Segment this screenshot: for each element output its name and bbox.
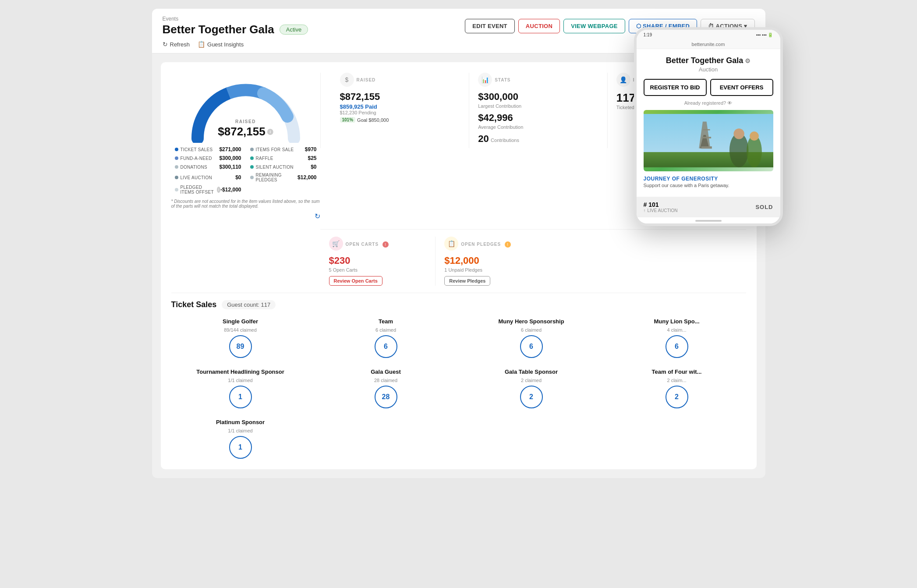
ticket-sales-title: Ticket Sales bbox=[171, 300, 217, 309]
mobile-already-registered: Already registered? 👁 bbox=[644, 100, 773, 106]
ticket-item-muny-hero: Muny Hero Sponsorship 6 claimed 6 bbox=[462, 318, 601, 358]
mobile-event-title: Better Together Gala ⚙ bbox=[644, 56, 773, 65]
insights-icon: 📋 bbox=[198, 41, 205, 48]
mobile-hero-image bbox=[644, 110, 773, 171]
open-pledges-amount: $12,000 bbox=[444, 255, 542, 266]
svg-rect-5 bbox=[702, 137, 711, 138]
disclaimer: * Discounts are not accounted for in the… bbox=[171, 199, 320, 209]
raised-section-label: RAISED bbox=[357, 78, 376, 82]
ticket-item-team-four: Team of Four wit... 2 claim... 2 bbox=[608, 368, 746, 408]
mobile-journey-section: JOURNEY OF GENEROSITY Support our cause … bbox=[644, 171, 773, 190]
pledge-icon: 📋 bbox=[444, 237, 458, 251]
raised-amount: $872,155 bbox=[340, 91, 460, 103]
mobile-settings-icon: ⚙ bbox=[745, 57, 751, 64]
mobile-lot-type: LIVE AUCTION bbox=[648, 208, 678, 213]
open-carts-amount: $230 bbox=[329, 255, 427, 266]
view-webpage-button[interactable]: VIEW WEBPAGE bbox=[563, 19, 625, 33]
avg-label: Average Contribution bbox=[478, 124, 598, 130]
raised-pending: $12,230 Pending bbox=[340, 110, 460, 115]
open-pledges-col: 📋 OPEN PLEDGES ! $12,000 1 Unpaid Pledge… bbox=[435, 237, 551, 286]
share-icon: ⬡ bbox=[636, 23, 641, 29]
svg-rect-6 bbox=[703, 129, 710, 131]
contributions-label: Contributions bbox=[491, 138, 519, 143]
chart-icon: 📊 bbox=[478, 73, 492, 87]
mobile-time: 1:19 bbox=[644, 32, 652, 37]
goal-amount: Goal $850,000 bbox=[357, 117, 389, 123]
mobile-event-type: Auction bbox=[644, 66, 773, 73]
stats-col: 📊 STATS $300,000 Largest Contribution $4… bbox=[469, 73, 608, 148]
mobile-home-indicator bbox=[637, 217, 780, 223]
legend-item-items-for-sale: ITEMS FOR SALE $970 bbox=[250, 146, 317, 152]
legend-item-pledged-offset: PLEDGED ITEMS OFFSET i -$12,000 bbox=[175, 185, 241, 195]
ticket-item-platinum: Platinum Sponsor 1/1 claimed 1 bbox=[171, 419, 310, 459]
goal-badge: 101% bbox=[340, 117, 356, 123]
legend-item-ticket-sales: TICKET SALES $271,000 bbox=[175, 146, 241, 152]
svg-rect-4 bbox=[701, 146, 712, 149]
ticket-item-muny-lion: Muny Lion Spo... 4 claim... 6 bbox=[608, 318, 746, 358]
legend-item-live-auction: LIVE AUCTION $0 bbox=[175, 173, 241, 182]
pledged-info-icon[interactable]: i bbox=[217, 187, 220, 193]
arrow-up-icon: ↑ bbox=[644, 208, 646, 213]
ticket-item-single-golfer: Single Golfer 89/144 claimed 89 bbox=[171, 318, 310, 358]
mobile-preview: 1:19 ▪▪▪ ▪▪▪ 🔋 betterunite.com Better To… bbox=[634, 27, 783, 226]
gauge-amount: $872,155 i bbox=[218, 125, 273, 138]
ticket-sales-section: Ticket Sales Guest count: 117 Single Gol… bbox=[171, 300, 746, 459]
avg-contribution: $42,996 bbox=[478, 112, 598, 124]
legend-item-silent-auction: SILENT AUCTION $0 bbox=[250, 164, 317, 170]
largest-label: Largest Contribution bbox=[478, 103, 598, 109]
auction-button[interactable]: AUCTION bbox=[518, 19, 560, 33]
open-pledges-label: OPEN PLEDGES bbox=[461, 242, 501, 247]
gauge-raised-label: RAISED bbox=[218, 119, 273, 124]
ticket-item-gala-guest: Gala Guest 28 claimed 28 bbox=[317, 368, 455, 408]
raised-info-icon[interactable]: i bbox=[267, 129, 273, 135]
refresh-icon: ↻ bbox=[163, 41, 168, 48]
mobile-bottom-bar: # 101 ↑ LIVE AUCTION SOLD bbox=[637, 197, 780, 217]
refresh-button[interactable]: ↻ Refresh bbox=[163, 41, 190, 48]
guest-count: Guest count: 117 bbox=[222, 300, 276, 309]
dollar-icon: $ bbox=[340, 73, 354, 87]
legend-item-fund-a-need: FUND-A-NEED $300,000 bbox=[175, 155, 241, 161]
guest-insights-button[interactable]: 📋 Guest Insights bbox=[198, 41, 244, 48]
ticket-item-gala-table: Gala Table Sponsor 2 claimed 2 bbox=[462, 368, 601, 408]
svg-point-10 bbox=[750, 131, 759, 141]
ticket-item-tournament: Tournament Headlining Sponsor 1/1 claime… bbox=[171, 368, 310, 408]
open-carts-count: 5 Open Carts bbox=[329, 267, 427, 273]
journey-desc: Support our cause with a Paris getaway. bbox=[644, 183, 773, 188]
gauge-section: RAISED $872,155 i TICKET SALES $271,000 bbox=[171, 73, 320, 220]
svg-point-8 bbox=[733, 128, 744, 139]
review-pledges-button[interactable]: Review Pledges bbox=[444, 276, 490, 286]
open-pledges-info-icon[interactable]: ! bbox=[505, 241, 511, 248]
mobile-lot-num: # 101 bbox=[644, 201, 678, 208]
open-row: 🛒 OPEN CARTS ! $230 5 Open Carts Review … bbox=[320, 229, 746, 286]
legend: TICKET SALES $271,000 ITEMS FOR SALE $97… bbox=[171, 146, 320, 195]
legend-item-raffle: RAFFLE $25 bbox=[250, 155, 317, 161]
stats-section-label: STATS bbox=[495, 78, 510, 82]
ticket-item-team: Team 6 claimed 6 bbox=[317, 318, 455, 358]
raised-paid: $859,925 Paid bbox=[340, 103, 460, 110]
edit-event-button[interactable]: EDIT EVENT bbox=[465, 19, 515, 33]
dashboard: RAISED $872,155 i TICKET SALES $271,000 bbox=[161, 62, 757, 469]
mobile-signal-icons: ▪▪▪ ▪▪▪ 🔋 bbox=[756, 32, 773, 37]
cart-icon: 🛒 bbox=[329, 237, 343, 251]
mobile-register-bid-button[interactable]: REGISTER TO BID bbox=[644, 79, 707, 96]
raised-col: $ RAISED $872,155 $859,925 Paid $12,230 … bbox=[331, 73, 470, 148]
mobile-url: betterunite.com bbox=[637, 40, 780, 49]
open-carts-info-icon[interactable]: ! bbox=[382, 241, 389, 248]
mobile-eye-icon: 👁 bbox=[727, 100, 732, 106]
page-title: Better Together Gala bbox=[163, 23, 274, 36]
review-open-carts-button[interactable]: Review Open Carts bbox=[329, 276, 382, 286]
person-icon: 👤 bbox=[616, 73, 630, 87]
breadcrumb: Events bbox=[163, 16, 308, 22]
inline-refresh-button[interactable]: ↻ bbox=[315, 212, 320, 220]
mobile-event-offers-button[interactable]: EVENT OFFERS bbox=[710, 79, 773, 96]
open-carts-col: 🛒 OPEN CARTS ! $230 5 Open Carts Review … bbox=[320, 237, 436, 286]
open-carts-label: OPEN CARTS bbox=[346, 242, 379, 247]
legend-item-donations: DONATIONS $300,110 bbox=[175, 164, 241, 170]
journey-label: JOURNEY OF GENEROSITY bbox=[644, 176, 773, 182]
ticket-grid: Single Golfer 89/144 claimed 89 Team 6 c… bbox=[171, 318, 746, 459]
open-pledges-count: 1 Unpaid Pledges bbox=[444, 267, 542, 273]
mobile-sold: SOLD bbox=[755, 204, 773, 210]
status-badge: Active bbox=[280, 25, 308, 35]
legend-item-remaining-pledges: REMAINING PLEDGES $12,000 bbox=[250, 173, 317, 182]
largest-contribution: $300,000 bbox=[478, 91, 598, 103]
